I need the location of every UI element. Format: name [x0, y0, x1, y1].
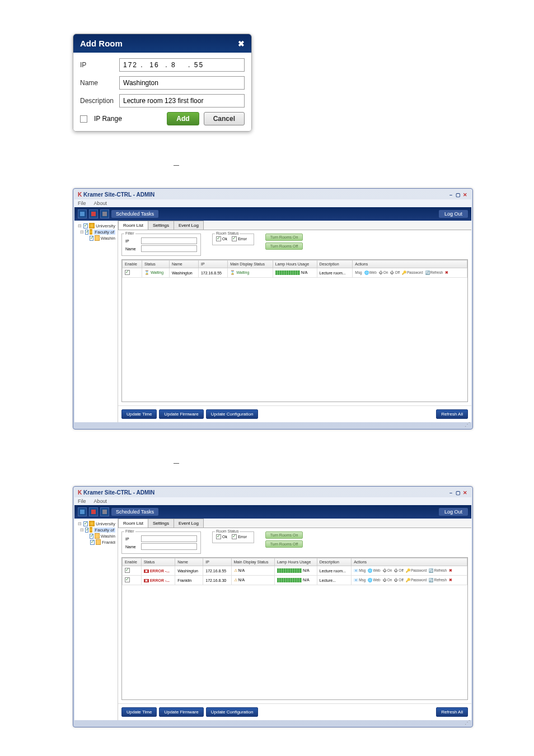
enable-checkbox[interactable]: [125, 568, 130, 573]
delete-action[interactable]: ✖: [445, 270, 448, 274]
column-header[interactable]: Lamp Hours Usage: [273, 260, 317, 268]
web-action[interactable]: 🌐Web: [364, 270, 377, 274]
tool-icon-2[interactable]: [89, 507, 98, 516]
close-window-icon[interactable]: ✕: [462, 490, 468, 496]
msg-action[interactable]: 📧Msg: [354, 578, 366, 582]
tree-node[interactable]: ⊟University: [77, 223, 115, 228]
resize-grip[interactable]: ⋰: [74, 720, 471, 726]
tree-node[interactable]: ⊟University: [77, 521, 115, 526]
refresh-action[interactable]: 🔄Refresh: [429, 578, 447, 582]
tree-node[interactable]: ⊟Faculty of: [77, 527, 115, 533]
password-action[interactable]: 🔑Password: [406, 578, 427, 582]
menu-file[interactable]: File: [78, 498, 86, 504]
password-action[interactable]: 🔑Password: [406, 568, 427, 572]
ok-checkbox[interactable]: [216, 534, 221, 539]
resize-grip[interactable]: ⋰: [74, 422, 471, 428]
logout-button[interactable]: Log Out: [439, 508, 468, 516]
name-input[interactable]: [119, 76, 245, 90]
tool-icon-2[interactable]: [89, 209, 98, 218]
tree-checkbox[interactable]: [90, 540, 95, 545]
column-header[interactable]: Enable: [123, 260, 142, 268]
tree-checkbox[interactable]: [85, 230, 88, 235]
scheduled-tasks-label[interactable]: Scheduled Tasks: [111, 508, 158, 516]
turn-rooms-off-button[interactable]: Turn Rooms Off: [265, 242, 303, 250]
refresh-action[interactable]: 🔄Refresh: [429, 568, 447, 572]
column-header[interactable]: Actions: [352, 558, 467, 566]
enable-checkbox[interactable]: [125, 270, 130, 275]
refresh-action[interactable]: 🔄Refresh: [425, 270, 443, 274]
turn-rooms-on-button[interactable]: Turn Rooms On: [265, 531, 303, 539]
iprange-checkbox[interactable]: [80, 115, 87, 123]
tree-node[interactable]: Washin: [77, 533, 115, 539]
tool-icon-1[interactable]: [78, 507, 87, 516]
ok-checkbox[interactable]: [216, 236, 221, 241]
tool-icon-1[interactable]: [78, 209, 87, 218]
close-icon[interactable]: ✖: [238, 39, 245, 48]
column-header[interactable]: Enable: [123, 558, 142, 566]
tab-settings[interactable]: Settings: [148, 519, 174, 528]
maximize-icon[interactable]: ▢: [455, 192, 461, 198]
minimize-icon[interactable]: –: [448, 490, 453, 496]
column-header[interactable]: Name: [175, 558, 203, 566]
turn-rooms-on-button[interactable]: Turn Rooms On: [265, 234, 303, 241]
tree-node[interactable]: ⊟Faculty of: [77, 229, 115, 235]
msg-action[interactable]: Msg: [355, 270, 362, 274]
minimize-icon[interactable]: –: [448, 192, 453, 198]
password-action[interactable]: 🔑Password: [402, 270, 423, 274]
update-time-button[interactable]: Update Time: [121, 707, 157, 717]
error-checkbox[interactable]: [232, 534, 237, 539]
update-firmware-button[interactable]: Update Firmware: [159, 409, 203, 419]
tree-checkbox[interactable]: [83, 521, 88, 526]
maximize-icon[interactable]: ▢: [455, 490, 461, 496]
description-input[interactable]: [119, 94, 245, 108]
add-button[interactable]: Add: [167, 112, 199, 125]
msg-action[interactable]: 📧Msg: [354, 568, 366, 572]
column-header[interactable]: Main Display Status: [231, 558, 274, 566]
menu-file[interactable]: File: [78, 200, 86, 206]
web-action[interactable]: 🌐Web: [368, 568, 380, 572]
scheduled-tasks-label[interactable]: Scheduled Tasks: [111, 210, 158, 218]
column-header[interactable]: Description: [317, 558, 351, 566]
tree-checkbox[interactable]: [83, 223, 88, 228]
update-time-button[interactable]: Update Time: [121, 409, 157, 419]
refresh-all-button[interactable]: Refresh All: [436, 707, 468, 717]
tab-settings[interactable]: Settings: [148, 221, 174, 230]
column-header[interactable]: Actions: [353, 260, 467, 268]
column-header[interactable]: IP: [198, 260, 227, 268]
update-firmware-button[interactable]: Update Firmware: [159, 707, 203, 717]
tree-checkbox[interactable]: [85, 528, 88, 533]
filter-name-input[interactable]: [141, 245, 197, 252]
tab-event-log[interactable]: Event Log: [174, 221, 204, 230]
update-config-button[interactable]: Update Configuration: [206, 707, 259, 717]
on-action[interactable]: ⏻On: [383, 568, 392, 572]
ip-input[interactable]: [119, 58, 245, 72]
turn-rooms-off-button[interactable]: Turn Rooms Off: [265, 540, 303, 548]
column-header[interactable]: Status: [142, 260, 170, 268]
update-config-button[interactable]: Update Configuration: [206, 409, 259, 419]
menu-about[interactable]: About: [94, 498, 107, 504]
filter-name-input[interactable]: [141, 543, 197, 550]
tree-node[interactable]: Washin: [77, 235, 115, 241]
tab-event-log[interactable]: Event Log: [174, 519, 204, 528]
close-window-icon[interactable]: ✕: [462, 192, 468, 198]
column-header[interactable]: IP: [203, 558, 231, 566]
error-checkbox[interactable]: [232, 236, 237, 241]
logout-button[interactable]: Log Out: [439, 210, 468, 218]
tree-checkbox[interactable]: [90, 534, 94, 539]
column-header[interactable]: Description: [317, 260, 353, 268]
filter-ip-input[interactable]: [141, 535, 197, 542]
off-action[interactable]: ⏻Off: [394, 568, 404, 572]
tool-icon-save[interactable]: [100, 209, 109, 218]
tree-checkbox[interactable]: [90, 236, 94, 241]
enable-checkbox[interactable]: [125, 577, 130, 582]
column-header[interactable]: Name: [169, 260, 198, 268]
tool-icon-save[interactable]: [100, 507, 109, 516]
delete-action[interactable]: ✖: [449, 568, 452, 572]
menu-about[interactable]: About: [94, 200, 107, 206]
web-action[interactable]: 🌐Web: [368, 578, 380, 582]
column-header[interactable]: Main Display Status: [228, 260, 273, 268]
cancel-button[interactable]: Cancel: [204, 112, 245, 125]
on-action[interactable]: ⏻On: [383, 578, 392, 582]
column-header[interactable]: Status: [141, 558, 175, 566]
tab-room-list[interactable]: Room List: [118, 519, 148, 528]
